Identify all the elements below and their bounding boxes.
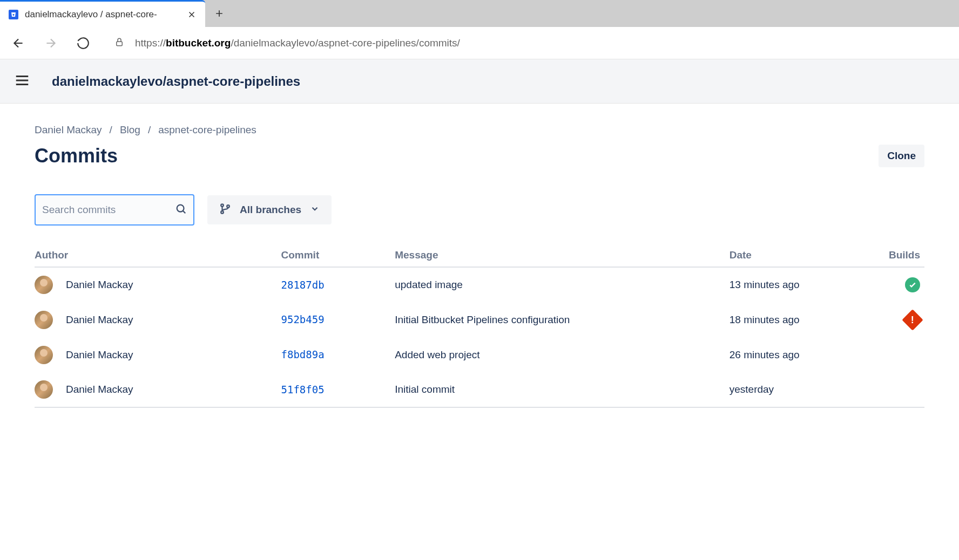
bitbucket-favicon-icon	[9, 10, 18, 19]
branch-filter-label: All branches	[240, 204, 301, 216]
chevron-down-icon	[310, 204, 320, 216]
col-header-author: Author	[35, 249, 281, 267]
table-row: Daniel Mackay51f8f05Initial commityester…	[35, 372, 924, 407]
commit-message: Initial Bitbucket Pipelines configuratio…	[395, 314, 570, 325]
breadcrumb-project[interactable]: Blog	[120, 124, 140, 136]
lock-icon	[114, 37, 124, 49]
tab-bar: danielmackaylevo / aspnet-core-	[0, 0, 959, 27]
page-title: Commits	[35, 145, 118, 167]
new-tab-button[interactable]	[205, 8, 233, 19]
clone-button[interactable]: Clone	[879, 145, 924, 167]
avatar	[35, 276, 53, 294]
repo-title: danielmackaylevo/aspnet-core-pipelines	[52, 74, 300, 89]
svg-point-2	[221, 204, 224, 207]
branch-filter-dropdown[interactable]: All branches	[207, 195, 332, 224]
commit-message: updated image	[395, 279, 463, 290]
url-bar[interactable]: https://bitbucket.org/danielmackaylevo/a…	[106, 37, 950, 49]
filters-row: All branches	[35, 194, 924, 226]
svg-point-3	[221, 211, 224, 214]
table-row: Daniel Mackay952b459Initial Bitbucket Pi…	[35, 302, 924, 337]
commit-message: Added web project	[395, 349, 480, 360]
col-header-date: Date	[730, 249, 880, 267]
search-icon	[175, 203, 187, 217]
search-input[interactable]	[42, 204, 175, 216]
breadcrumb-owner[interactable]: Daniel Mackay	[35, 124, 102, 136]
app-header: danielmackaylevo/aspnet-core-pipelines	[0, 59, 959, 104]
svg-point-1	[177, 205, 184, 212]
breadcrumb-separator: /	[148, 124, 151, 136]
table-row: Daniel Mackay28187dbupdated image13 minu…	[35, 267, 924, 302]
avatar	[35, 311, 53, 329]
forward-button[interactable]	[41, 33, 60, 53]
breadcrumb-separator: /	[110, 124, 112, 136]
browser-tab[interactable]: danielmackaylevo / aspnet-core-	[0, 0, 205, 27]
author-name: Daniel Mackay	[66, 314, 133, 326]
refresh-button[interactable]	[73, 33, 93, 53]
commit-hash-link[interactable]: 952b459	[281, 313, 325, 325]
back-button[interactable]	[9, 33, 28, 53]
commit-hash-link[interactable]: 51f8f05	[281, 384, 325, 395]
commit-date: yesterday	[730, 384, 774, 395]
address-bar: https://bitbucket.org/danielmackaylevo/a…	[0, 27, 959, 59]
author-name: Daniel Mackay	[66, 384, 133, 395]
branch-icon	[219, 203, 231, 217]
content: Daniel Mackay / Blog / aspnet-core-pipel…	[0, 104, 959, 428]
browser-chrome: danielmackaylevo / aspnet-core- https://…	[0, 0, 959, 59]
table-row: Daniel Mackayf8bd89aAdded web project26 …	[35, 337, 924, 372]
author-name: Daniel Mackay	[66, 279, 133, 291]
commit-date: 26 minutes ago	[730, 349, 800, 360]
search-commits-box[interactable]	[35, 194, 194, 226]
avatar	[35, 346, 53, 364]
col-header-builds: Builds	[880, 249, 924, 267]
svg-rect-0	[117, 42, 123, 46]
build-success-icon[interactable]	[905, 277, 920, 292]
commit-date: 13 minutes ago	[730, 279, 800, 290]
avatar	[35, 380, 53, 399]
breadcrumb: Daniel Mackay / Blog / aspnet-core-pipel…	[35, 124, 924, 136]
commit-hash-link[interactable]: 28187db	[281, 279, 325, 291]
col-header-commit: Commit	[281, 249, 395, 267]
commit-message: Initial commit	[395, 384, 455, 395]
svg-point-4	[227, 205, 229, 208]
url-text: https://bitbucket.org/danielmackaylevo/a…	[135, 37, 460, 49]
breadcrumb-repo[interactable]: aspnet-core-pipelines	[158, 124, 256, 136]
col-header-message: Message	[395, 249, 730, 267]
build-fail-icon[interactable]: !	[902, 309, 923, 331]
commit-date: 18 minutes ago	[730, 314, 800, 325]
menu-button[interactable]	[14, 72, 30, 91]
commit-hash-link[interactable]: f8bd89a	[281, 349, 325, 360]
author-name: Daniel Mackay	[66, 349, 133, 361]
close-tab-button[interactable]	[187, 10, 197, 19]
commits-table: Author Commit Message Date Builds Daniel…	[35, 249, 924, 408]
tab-title: danielmackaylevo / aspnet-core-	[25, 9, 180, 20]
page-header-row: Commits Clone	[35, 145, 924, 167]
